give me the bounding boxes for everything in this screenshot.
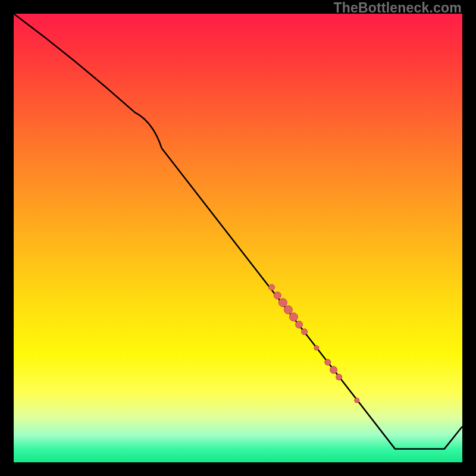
chart-stage: TheBottleneck.com <box>0 0 476 476</box>
bottleneck-curve <box>14 14 462 449</box>
chart-svg <box>14 14 462 462</box>
curve-marker <box>355 398 359 403</box>
curve-marker <box>296 321 303 328</box>
curve-marker <box>289 313 298 321</box>
watermark-text: TheBottleneck.com <box>333 1 462 15</box>
curve-marker <box>325 359 331 365</box>
curve-marker <box>336 374 342 380</box>
curve-marker <box>330 367 337 374</box>
curve-marker <box>302 329 308 335</box>
curve-marker <box>274 292 281 299</box>
curve-marker <box>314 346 319 350</box>
curve-marker <box>284 306 292 314</box>
curve-marker <box>269 284 275 290</box>
curve-marker <box>278 299 287 307</box>
